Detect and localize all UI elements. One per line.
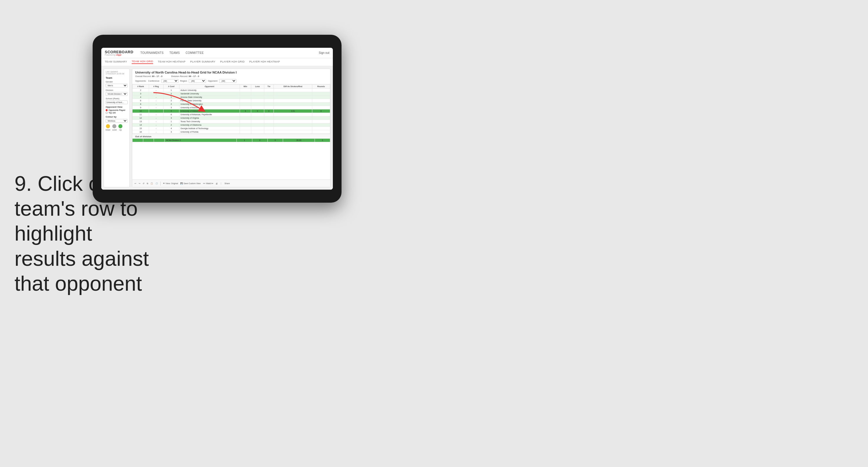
- table-row[interactable]: NCAA Division II 1 0 0 26.00 3: [132, 139, 330, 142]
- clock-btn[interactable]: 🕐: [155, 182, 158, 185]
- cell-win: [240, 103, 251, 106]
- cell-reg: -: [149, 92, 163, 95]
- table-row[interactable]: 15-4Georgia Institute of Technology: [132, 127, 330, 130]
- cell-diff: 2.61: [274, 110, 312, 113]
- paste-btn[interactable]: 📋: [151, 182, 153, 185]
- cell-reg: -: [149, 106, 163, 110]
- table-row[interactable]: 6-2Florida State University: [132, 99, 330, 103]
- cell-conf: 2: [163, 99, 179, 103]
- table-row[interactable]: 4-1Arizona State University: [132, 95, 330, 99]
- colour-by-select[interactable]: Win/loss: [106, 119, 128, 123]
- table-row[interactable]: 2-1Auburn University: [132, 89, 330, 92]
- filter-row: Opponents: Conference (All) Region (All)…: [135, 79, 327, 83]
- sub-nav: TEAM SUMMARY TEAM H2H GRID TEAM H2H HEAT…: [101, 58, 333, 66]
- print-btn[interactable]: 🖨: [216, 182, 218, 184]
- view-btn[interactable]: 👁 View: Original: [163, 182, 178, 184]
- opponent-select[interactable]: (All): [219, 79, 237, 83]
- more-btn[interactable]: ⋮: [220, 182, 222, 185]
- undo-btn[interactable]: ↩: [134, 182, 136, 185]
- table-row[interactable]: 11-6University of Arkansas, Fayetteville: [132, 113, 330, 116]
- cell-rank: 6: [132, 99, 149, 103]
- col-opponent: Opponent: [179, 85, 240, 89]
- table-row[interactable]: 9-3University of Arizona: [132, 106, 330, 110]
- table-row[interactable]: 12-3University of Virginia: [132, 116, 330, 120]
- sidebar: Last Updated: 27/03/2024 16:55:38 Team G…: [104, 68, 130, 187]
- cell-reg: -: [149, 99, 163, 103]
- cell-rank: 12: [132, 116, 149, 120]
- cell-rounds: [312, 103, 330, 106]
- conference-select[interactable]: (All): [161, 79, 179, 83]
- table-row[interactable]: 3-2Vanderbilt University: [132, 92, 330, 95]
- save-view-btn[interactable]: 💾 Save Custom View: [180, 182, 200, 185]
- reset-btn[interactable]: ↺: [143, 182, 145, 185]
- cell-win: 3: [240, 110, 251, 113]
- cell-rank: 8: [132, 103, 149, 106]
- device-screen: SCOREBOARD Powered by clippi TOURNAMENTS…: [101, 48, 333, 189]
- region-select[interactable]: (All): [189, 79, 206, 83]
- cell-rounds: [312, 127, 330, 130]
- table-row[interactable]: 8-2University of Washington: [132, 103, 330, 106]
- tab-team-summary[interactable]: TEAM SUMMARY: [105, 60, 127, 64]
- cell-rank: 10: [132, 110, 149, 113]
- cell-diff: [274, 116, 312, 120]
- cell-win: [240, 99, 251, 103]
- cell-tie: [264, 123, 274, 127]
- cell-reg: -: [149, 103, 163, 106]
- cell-conf: 3: [163, 130, 179, 134]
- radio-opponents-played[interactable]: Opponents Played: [106, 109, 128, 111]
- copy-btn[interactable]: ⧉: [147, 182, 148, 185]
- share-btn[interactable]: Share: [224, 182, 230, 184]
- out-of-division-label: Out of division: [132, 134, 330, 138]
- top-nav: SCOREBOARD Powered by clippi TOURNAMENTS…: [101, 48, 333, 58]
- school-label: School (Rank): [106, 97, 128, 100]
- table-row[interactable]: 10-5University of Alabama3002.618: [132, 110, 330, 113]
- cell-diff: [274, 113, 312, 116]
- gender-select[interactable]: Men's: [106, 84, 128, 87]
- table-row[interactable]: 14-2University of Oklahoma: [132, 123, 330, 127]
- nav-committee[interactable]: COMMITTEE: [186, 51, 204, 54]
- cell-rounds: [312, 116, 330, 120]
- tab-player-summary[interactable]: PLAYER SUMMARY: [190, 60, 215, 64]
- col-reg: # Reg: [149, 85, 163, 89]
- radio-top100[interactable]: Top 100: [106, 112, 128, 114]
- cell-win: [240, 95, 251, 99]
- watch-btn[interactable]: 👓 Watch ▾: [203, 182, 213, 185]
- cell-loss: [251, 130, 264, 134]
- logo-scoreboard: SCOREBOARD: [105, 50, 133, 54]
- table-row[interactable]: 16-3University of Florida: [132, 130, 330, 134]
- table-header-row: # Rank # Reg # Conf Opponent Win Loss Ti…: [132, 85, 330, 89]
- tab-team-h2h-grid[interactable]: TEAM H2H GRID: [132, 60, 153, 64]
- grid-records: Overall Record: 89 - 17 - 0 Division Rec…: [135, 75, 327, 78]
- cell-diff: 26.00: [283, 139, 315, 142]
- step-number: 9.: [14, 172, 32, 195]
- grid-header: University of North Carolina Head-to-Hea…: [132, 69, 330, 84]
- radio-dot-opponents: [106, 109, 108, 111]
- cell-win: [240, 120, 251, 123]
- cell-conf: 1: [163, 89, 179, 92]
- cell-opponent: University of Florida: [179, 130, 240, 134]
- division-label: Division: [106, 89, 128, 91]
- cell-conf: 5: [163, 110, 179, 113]
- cell-loss: [251, 106, 264, 110]
- table-row[interactable]: 13-1Texas Tech University: [132, 120, 330, 123]
- cell-diff: [274, 89, 312, 92]
- cell-opponent: Florida State University: [179, 99, 240, 103]
- cell-rank: 16: [132, 130, 149, 134]
- cell-rounds: [312, 120, 330, 123]
- tab-player-h2h-grid[interactable]: PLAYER H2H GRID: [220, 60, 245, 64]
- redo-btn[interactable]: ↪: [138, 182, 141, 185]
- legend: Down Level Up: [106, 124, 128, 131]
- cell-rank: 14: [132, 123, 149, 127]
- cell-diff: [274, 127, 312, 130]
- out-of-division-table: NCAA Division II 1 0 0 26.00 3: [132, 138, 330, 142]
- nav-tournaments[interactable]: TOURNAMENTS: [141, 51, 163, 54]
- tab-team-h2h-heatmap[interactable]: TEAM H2H HEATMAP: [158, 60, 186, 64]
- tab-player-h2h-heatmap[interactable]: PLAYER H2H HEATMAP: [249, 60, 280, 64]
- cell-win: [240, 130, 251, 134]
- radio-dot-top100: [106, 112, 108, 114]
- division-select[interactable]: NCAA Division I: [106, 92, 128, 96]
- cell-conf: 4: [163, 127, 179, 130]
- sign-out-link[interactable]: Sign out: [319, 51, 329, 54]
- nav-teams[interactable]: TEAMS: [169, 51, 180, 54]
- cell-loss: [251, 95, 264, 99]
